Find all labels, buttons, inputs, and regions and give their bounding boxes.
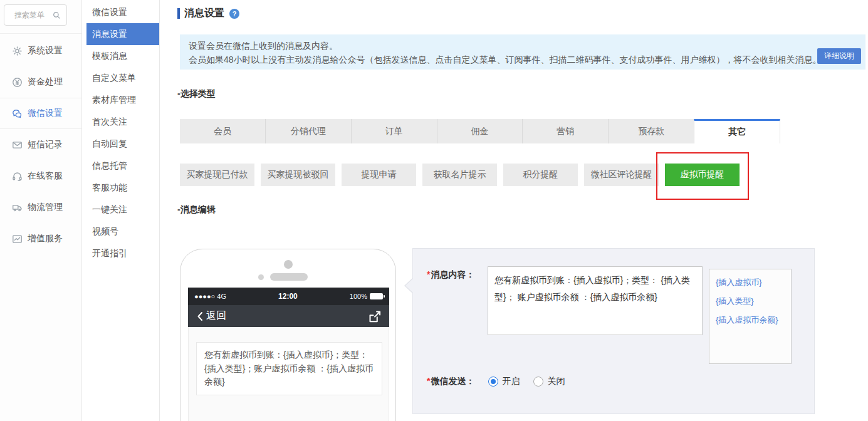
message-content-textarea[interactable]: 您有新虚拟币到账：{插入虚拟币}；类型： {插入类型}； 账户虚拟币余额 ：{插… — [488, 266, 703, 335]
sidebar-item-value-added[interactable]: 增值服务 — [0, 223, 81, 254]
radio-off-circle[interactable] — [533, 377, 543, 387]
secondary-sidebar: 微信设置 消息设置 模板消息 自定义菜单 素材库管理 首次关注 自动回复 信息托… — [83, 0, 160, 421]
page-title: 消息设置 — [184, 7, 224, 20]
sidebar-item-sms-records[interactable]: 短信记录 — [0, 129, 81, 160]
message-content-label: *消息内容： — [427, 269, 474, 281]
signal-indicator: ●●●●○ 4G — [194, 293, 226, 300]
back-label: 返回 — [206, 309, 226, 323]
phone-camera-dot — [284, 260, 293, 269]
wechat-send-row: *微信发送： 开启 关闭 — [427, 376, 565, 387]
page-header: 消息设置 ? — [177, 7, 239, 20]
battery-percent: 100% — [350, 293, 367, 300]
tab-distribution[interactable]: 分销代理 — [265, 119, 351, 143]
subbtn-virtual-currency-reminder[interactable]: 虚拟币提醒 — [665, 164, 740, 186]
notice-banner: 设置会员在微信上收到的消息及内容。 会员如果48小时以上没有主动发消息给公众号（… — [180, 34, 865, 70]
required-asterisk: * — [427, 376, 430, 386]
share-icon[interactable] — [368, 310, 382, 323]
submenu-item-service-features[interactable]: 客服功能 — [83, 177, 159, 199]
subbtn-withdraw-apply[interactable]: 提现申请 — [342, 164, 416, 186]
message-edit-panel: *消息内容： 您有新虚拟币到账：{插入虚拟币}；类型： {插入类型}； 账户虚拟… — [412, 248, 815, 414]
submenu-item-info-hosting[interactable]: 信息托管 — [83, 155, 159, 177]
sidebar-item-label: 增值服务 — [28, 233, 63, 244]
radio-on-circle[interactable] — [488, 377, 498, 387]
notice-line1: 设置会员在微信上收到的消息及内容。 — [189, 39, 857, 53]
tab-member[interactable]: 会员 — [180, 119, 265, 143]
status-time: 12:00 — [226, 292, 350, 301]
headset-icon — [12, 171, 23, 182]
primary-nav: 系统设置 资金处理 微信设置 短信记录 — [0, 35, 81, 254]
token-insert-balance[interactable]: {插入虚拟币余额} — [716, 314, 785, 326]
yuan-icon — [12, 77, 23, 88]
radio-off-label: 关闭 — [547, 376, 565, 387]
sidebar-item-label: 系统设置 — [28, 45, 63, 56]
radio-on-label: 开启 — [502, 376, 520, 387]
truck-icon — [12, 202, 23, 213]
type-tabs: 会员 分销代理 订单 佣金 营销 预存款 其它 — [180, 119, 780, 143]
tab-other[interactable]: 其它 — [694, 119, 780, 143]
subbtn-withdraw-paid[interactable]: 买家提现已付款 — [180, 164, 254, 186]
submenu-item-first-follow[interactable]: 首次关注 — [83, 111, 159, 133]
help-icon[interactable]: ? — [229, 9, 239, 19]
wechat-icon — [12, 108, 23, 119]
search-area — [0, 0, 81, 34]
battery-icon — [370, 293, 383, 299]
submenu-item-auto-reply[interactable]: 自动回复 — [83, 133, 159, 155]
tab-order[interactable]: 订单 — [351, 119, 437, 143]
submenu-item-template-message[interactable]: 模板消息 — [83, 45, 159, 67]
subbtn-community-comment-reminder[interactable]: 微社区评论提醒 — [584, 164, 659, 186]
subbtn-points-reminder[interactable]: 积分提醒 — [503, 164, 578, 186]
phone-mockup: ●●●●○ 4G 12:00 100% 返回 您有新虚拟币到账：{插入虚拟币}；… — [180, 249, 396, 421]
submenu-item-activation-guide[interactable]: 开通指引 — [83, 242, 159, 264]
token-insert-virtual-currency[interactable]: {插入虚拟币} — [716, 277, 785, 288]
phone-nav-bar: 返回 — [188, 305, 389, 327]
search-icon — [52, 11, 61, 20]
app-root: 系统设置 资金处理 微信设置 短信记录 — [0, 0, 868, 421]
phone-content-area: 您有新虚拟币到账：{插入虚拟币}；类型：{插入类型}；账户虚拟币余额 ：{插入虚… — [188, 327, 389, 421]
subbtn-business-card-tip[interactable]: 获取名片提示 — [422, 164, 497, 186]
sidebar-item-logistics[interactable]: 物流管理 — [0, 192, 81, 223]
tab-commission[interactable]: 佣金 — [437, 119, 523, 143]
sidebar-item-label: 短信记录 — [28, 139, 63, 150]
sidebar-item-label: 物流管理 — [28, 202, 63, 213]
submenu-item-one-key-follow[interactable]: 一键关注 — [83, 199, 159, 221]
search-box[interactable] — [4, 4, 67, 26]
phone-message-bubble: 您有新虚拟币到账：{插入虚拟币}；类型：{插入类型}；账户虚拟币余额 ：{插入虚… — [196, 342, 382, 395]
submenu-item-weixin-settings[interactable]: 微信设置 — [83, 1, 159, 23]
sidebar-item-funds[interactable]: 资金处理 — [0, 66, 81, 98]
message-type-buttons: 买家提现已付款 买家提现被驳回 提现申请 获取名片提示 积分提醒 微社区评论提醒… — [180, 164, 740, 186]
title-accent-bar — [177, 8, 180, 19]
sidebar-item-wechat-settings[interactable]: 微信设置 — [0, 98, 81, 129]
radio-on[interactable]: 开启 — [488, 376, 520, 387]
required-asterisk: * — [427, 269, 430, 279]
message-edit-label: -消息编辑 — [177, 204, 216, 216]
main-content: 消息设置 ? 设置会员在微信上收到的消息及内容。 会员如果48小时以上没有主动发… — [160, 0, 868, 421]
wechat-send-label: *微信发送： — [427, 376, 474, 387]
phone-screen: ●●●●○ 4G 12:00 100% 返回 您有新虚拟币到账：{插入虚拟币}；… — [188, 288, 389, 421]
envelope-icon — [12, 140, 23, 150]
back-button[interactable]: 返回 — [196, 309, 226, 323]
tab-deposit[interactable]: 预存款 — [608, 119, 694, 143]
submenu-item-message-settings[interactable]: 消息设置 — [86, 23, 159, 45]
subbtn-withdraw-rejected[interactable]: 买家提现被驳回 — [261, 164, 335, 186]
radio-off[interactable]: 关闭 — [533, 376, 565, 387]
sidebar-item-system-settings[interactable]: 系统设置 — [0, 35, 81, 66]
select-type-label: -选择类型 — [177, 88, 216, 100]
submenu-item-material-library[interactable]: 素材库管理 — [83, 89, 159, 111]
back-chevron-icon — [196, 311, 204, 321]
sidebar-item-label: 微信设置 — [28, 108, 63, 119]
sidebar-item-online-service[interactable]: 在线客服 — [0, 160, 81, 192]
sidebar-item-label: 资金处理 — [28, 76, 63, 88]
submenu-item-custom-menu[interactable]: 自定义菜单 — [83, 67, 159, 89]
notice-line2: 会员如果48小时以上没有主动发消息给公众号（包括发送信息、点击自定义菜单、订阅事… — [189, 53, 857, 66]
phone-sensor-dot — [258, 274, 264, 280]
secondary-nav: 微信设置 消息设置 模板消息 自定义菜单 素材库管理 首次关注 自动回复 信息托… — [83, 0, 159, 264]
token-insert-type[interactable]: {插入类型} — [716, 296, 785, 307]
phone-speaker — [270, 273, 308, 281]
token-list: {插入虚拟币} {插入类型} {插入虚拟币余额} — [709, 269, 792, 364]
gear-icon — [12, 46, 23, 56]
sidebar-item-label: 在线客服 — [28, 170, 63, 182]
tab-marketing[interactable]: 营销 — [522, 119, 608, 143]
detail-button[interactable]: 详细说明 — [817, 48, 861, 64]
submenu-item-video-account[interactable]: 视频号 — [83, 221, 159, 242]
chart-icon — [12, 234, 23, 244]
